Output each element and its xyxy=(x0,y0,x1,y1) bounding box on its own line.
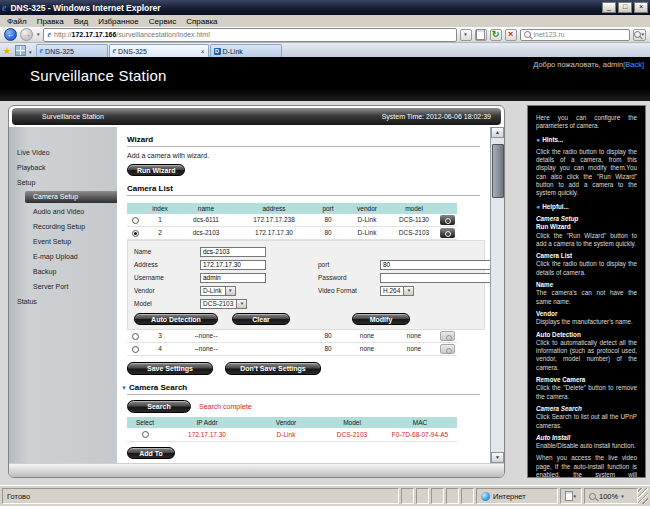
clear-button[interactable]: Clear xyxy=(232,313,290,325)
maximize-button[interactable]: □ xyxy=(618,2,632,13)
hints-title: Hints... xyxy=(542,136,563,143)
content-scrollbar[interactable]: ▲ ▼ xyxy=(490,127,504,463)
password-label: Password xyxy=(318,274,380,281)
sidebar-item-recording-setup[interactable]: Recording Setup xyxy=(9,219,117,234)
tab-dns-325-2-active[interactable]: e DNS-325 × xyxy=(109,44,209,57)
menu-view[interactable]: Вид xyxy=(69,17,93,26)
favorites-star-icon[interactable]: ★ xyxy=(3,46,11,57)
help-vendor: Vendor Displays the manufacturer's name. xyxy=(536,310,637,327)
system-time: System Time: 2012-06-06 18:02:39 xyxy=(382,113,491,120)
cell-vendor: D-Link xyxy=(343,227,391,239)
vendor-select[interactable]: D-Link▼ xyxy=(200,286,236,296)
model-select[interactable]: DCS-2103▼ xyxy=(200,299,247,309)
address-field[interactable] xyxy=(200,260,266,270)
app-header: Surveillance Station Добро пожаловать, a… xyxy=(0,57,650,101)
username-field[interactable] xyxy=(200,273,266,283)
cell-index: 4 xyxy=(143,343,177,355)
status-options-button[interactable]: ▼ xyxy=(560,488,582,504)
scrollbar-thumb[interactable] xyxy=(492,144,504,198)
camera-select-radio[interactable] xyxy=(132,333,139,340)
menu-help[interactable]: Справка xyxy=(181,17,222,26)
sidebar-item-audio-and-video[interactable]: Audio and Video xyxy=(9,204,117,219)
col-port: port xyxy=(313,203,343,214)
sidebar-item-live-video[interactable]: Live Video xyxy=(9,145,117,160)
bullet-icon: ● xyxy=(536,136,540,143)
col-model: Model xyxy=(321,417,383,428)
tab-dns-325-1[interactable]: e DNS-325 xyxy=(36,44,108,57)
quick-tabs-icon[interactable] xyxy=(15,45,26,56)
dont-save-settings-button[interactable]: Don't Save Settings xyxy=(225,362,321,375)
menu-tools[interactable]: Сервис xyxy=(144,17,181,26)
help-auto-install: Auto Install Enable/Disable auto install… xyxy=(536,434,637,451)
cell-port: 80 xyxy=(313,214,343,226)
menu-edit[interactable]: Правка xyxy=(32,17,69,26)
camera-select-radio[interactable] xyxy=(132,217,139,224)
auto-detection-button[interactable]: Auto Detection xyxy=(134,313,218,325)
compatibility-view-button[interactable] xyxy=(475,29,487,41)
help-camera-search: Camera Search Click Search to list out a… xyxy=(536,405,637,430)
forward-button[interactable]: → xyxy=(20,28,33,41)
tab-d-link[interactable]: D D-Link xyxy=(210,44,282,57)
run-wizard-button[interactable]: Run Wizard xyxy=(127,164,185,176)
camera-select-radio[interactable] xyxy=(132,346,139,353)
refresh-button[interactable]: ↻ xyxy=(490,29,502,41)
camera-icon-button[interactable] xyxy=(440,228,455,238)
cell-vendor: D-Link xyxy=(343,214,391,226)
name-field[interactable] xyxy=(200,247,266,257)
scrollbar-track[interactable] xyxy=(491,138,504,452)
sidebar-item-server-port[interactable]: Server Port xyxy=(9,279,117,294)
back-link[interactable]: [Back] xyxy=(623,60,644,69)
camera-edit-form: Name Address port Username Password xyxy=(127,240,485,330)
zoom-control[interactable]: 100% ▼ xyxy=(584,488,638,504)
modify-button[interactable]: Modify xyxy=(352,313,410,325)
stop-button[interactable]: × xyxy=(505,29,517,41)
app-title: Surveillance Station xyxy=(30,67,167,84)
section-body: The camera's can not have the same name. xyxy=(536,289,637,306)
history-dropdown-icon[interactable]: ▼ xyxy=(36,32,40,37)
cell-index: 2 xyxy=(143,227,177,239)
sidebar-item-e-map-upload[interactable]: E-map Upload xyxy=(9,249,117,264)
scroll-down-icon[interactable]: ▼ xyxy=(491,452,504,463)
add-to-button[interactable]: Add To xyxy=(127,447,175,459)
window-title-bar: e DNS-325 - Windows Internet Explorer _ … xyxy=(0,0,650,15)
resize-grip[interactable] xyxy=(638,488,648,504)
menu-file[interactable]: Файл xyxy=(2,17,32,26)
col-vendor: Vendor xyxy=(251,417,321,428)
address-dropdown-button[interactable]: ▼ xyxy=(460,29,472,41)
search-go-button[interactable]: ▼ xyxy=(633,29,646,41)
video-format-select[interactable]: H.264▼ xyxy=(380,286,414,296)
close-button[interactable]: × xyxy=(634,2,648,13)
camera-icon-button[interactable] xyxy=(440,215,455,225)
welcome-text: Добро пожаловать, admin[Back] xyxy=(533,60,644,69)
ie-logo-icon: e xyxy=(2,3,6,13)
sidebar-item-backup[interactable]: Backup xyxy=(9,264,117,279)
camera-select-radio[interactable] xyxy=(132,230,139,237)
sidebar-item-setup[interactable]: Setup xyxy=(9,175,117,190)
port-field[interactable] xyxy=(380,260,490,270)
collapse-triangle-icon[interactable]: ▼ xyxy=(121,385,127,391)
save-settings-button[interactable]: Save Settings xyxy=(127,362,213,375)
sidebar-item-event-setup[interactable]: Event Setup xyxy=(9,234,117,249)
sidebar-item-camera-setup[interactable]: Camera Setup xyxy=(25,191,117,203)
search-button[interactable]: Search xyxy=(127,400,191,413)
scroll-up-icon[interactable]: ▲ xyxy=(491,127,504,138)
address-input[interactable]: e http://172.17.17.166/surveillancestati… xyxy=(43,28,456,42)
search-select-radio[interactable] xyxy=(142,431,149,438)
card-title: Surveillance Station xyxy=(42,113,104,120)
tab-label: DNS-325 xyxy=(118,48,147,55)
menu-favorites[interactable]: Избранное xyxy=(93,17,144,26)
help-name: Name The camera's can not have the same … xyxy=(536,281,637,306)
wizard-heading: Wizard xyxy=(127,135,480,144)
col-model: model xyxy=(391,203,437,214)
section-body: Click the radio button to display the de… xyxy=(536,260,637,277)
search-input[interactable]: inet123.ru xyxy=(520,29,630,41)
tab-list-dropdown-icon[interactable]: ▼ xyxy=(28,50,32,55)
minimize-button[interactable]: _ xyxy=(602,2,616,13)
sidebar-item-status[interactable]: Status xyxy=(9,294,117,309)
col-mac: MAC xyxy=(383,417,457,428)
sidebar-item-playback[interactable]: Playback xyxy=(9,160,117,175)
back-button[interactable]: ← xyxy=(4,28,17,41)
section-title: Run Wizard xyxy=(536,223,637,231)
password-field[interactable] xyxy=(380,273,490,283)
tab-close-icon[interactable]: × xyxy=(201,48,205,55)
